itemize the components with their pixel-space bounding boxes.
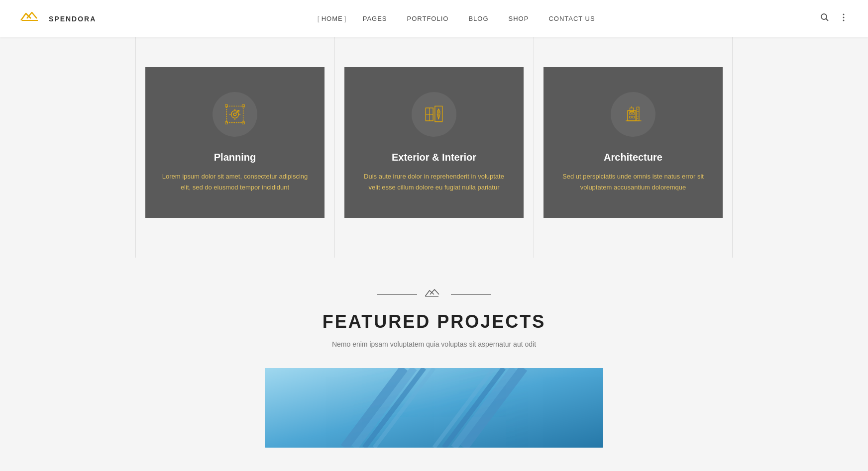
architecture-title: Architecture — [604, 152, 662, 163]
services-section: Planning Lorem ipsum dolor sit amet, con… — [0, 37, 868, 258]
svg-point-25 — [843, 20, 845, 21]
svg-rect-47 — [633, 112, 635, 114]
header: SPENDORA HOME PAGES PORTFOLIO BLOG SHOP … — [0, 0, 868, 37]
planning-icon — [223, 102, 247, 126]
service-card-planning: Planning Lorem ipsum dolor sit amet, con… — [135, 57, 334, 228]
section-ornament — [10, 287, 858, 301]
svg-rect-46 — [630, 112, 632, 114]
logo-area[interactable]: SPENDORA — [20, 9, 96, 28]
svg-rect-60 — [265, 368, 603, 448]
svg-line-37 — [236, 110, 239, 113]
featured-section: FEATURED PROJECTS Nemo enim ipsam volupt… — [0, 258, 868, 468]
architecture-icon — [621, 102, 645, 126]
svg-rect-45 — [628, 111, 636, 121]
brand-name: SPENDORA — [49, 15, 96, 23]
more-icon[interactable] — [839, 13, 848, 24]
planning-icon-circle — [213, 92, 257, 137]
ornament-line-left — [377, 294, 417, 295]
featured-projects-title: FEATURED PROJECTS — [10, 311, 858, 332]
svg-point-32 — [233, 113, 236, 116]
exterior-icon-circle — [412, 92, 456, 137]
planning-desc: Lorem ipsum dolor sit amet, consectetur … — [160, 171, 310, 193]
exterior-title: Exterior & Interior — [392, 152, 476, 163]
svg-point-24 — [843, 17, 845, 18]
svg-rect-26 — [226, 106, 243, 122]
svg-point-23 — [843, 14, 845, 15]
exterior-icon — [422, 102, 446, 126]
nav-home[interactable]: HOME — [322, 15, 343, 22]
planning-title: Planning — [214, 152, 256, 163]
main-content: Planning Lorem ipsum dolor sit amet, con… — [0, 37, 868, 468]
nav-contact[interactable]: CONTACT US — [548, 15, 595, 22]
svg-rect-50 — [630, 108, 634, 111]
nav-pages[interactable]: PAGES — [363, 15, 387, 22]
project-preview-image — [265, 368, 603, 448]
nav-shop[interactable]: SHOP — [509, 15, 529, 22]
service-card-architecture: Architecture Sed ut perspiciatis unde om… — [534, 57, 733, 228]
architecture-icon-circle — [611, 92, 655, 137]
logo-icon — [20, 9, 44, 28]
svg-rect-48 — [630, 116, 632, 118]
nav-portfolio[interactable]: PORTFOLIO — [407, 15, 449, 22]
services-grid: Planning Lorem ipsum dolor sit amet, con… — [135, 57, 733, 228]
ornament-line-right — [451, 294, 491, 295]
search-icon[interactable] — [820, 13, 829, 24]
main-nav: HOME PAGES PORTFOLIO BLOG SHOP CONTACT U… — [322, 15, 595, 22]
exterior-desc: Duis aute irure dolor in reprehenderit i… — [359, 171, 509, 193]
featured-projects-subtitle: Nemo enim ipsam voluptatem quia voluptas… — [10, 340, 858, 348]
svg-line-22 — [826, 19, 829, 21]
svg-point-21 — [821, 14, 827, 19]
architecture-desc: Sed ut perspiciatis unde omnis iste natu… — [558, 171, 708, 193]
header-actions — [820, 13, 848, 24]
ornament-house-icon — [425, 287, 443, 301]
nav-blog[interactable]: BLOG — [468, 15, 488, 22]
service-card-exterior: Exterior & Interior Duis aute irure dolo… — [334, 57, 534, 228]
svg-rect-49 — [633, 116, 635, 118]
